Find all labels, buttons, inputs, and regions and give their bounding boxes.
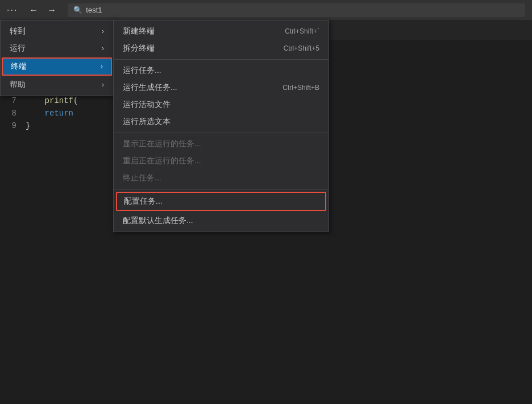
menu-item-goto[interactable]: 转到 ›	[1, 23, 113, 40]
menu-item-run[interactable]: 运行 ›	[1, 40, 113, 57]
chevron-right-icon: ›	[102, 44, 104, 52]
menu-item-run-active-file[interactable]: 运行活动文件	[114, 96, 329, 113]
search-icon: 🔍	[73, 6, 82, 14]
back-arrow[interactable]: ←	[27, 4, 40, 17]
menu-overlay: 转到 › 运行 › 终端 › 帮助 › 新建终端 Ctrl+Shift+` 拆分…	[0, 20, 532, 404]
menu-item-label: 终止任务...	[123, 173, 161, 183]
menu-item-show-running: 显示正在运行的任务...	[114, 135, 329, 152]
titlebar: ··· ← → 🔍 test1	[0, 0, 532, 20]
menu-item-end-task: 终止任务...	[114, 170, 329, 187]
menu-item-run-selected[interactable]: 运行所选文本	[114, 113, 329, 130]
menu-item-label: 显示正在运行的任务...	[123, 139, 201, 149]
search-text: test1	[86, 6, 102, 14]
menu-item-label: 配置任务...	[124, 196, 163, 207]
menu-item-terminal[interactable]: 终端 ›	[2, 57, 112, 76]
menu-item-label: 运行任务...	[123, 65, 161, 76]
menu-item-label: 新建终端	[123, 26, 155, 36]
menu-level1: 转到 › 运行 › 终端 › 帮助 ›	[0, 20, 114, 96]
menu-item-label: 运行所选文本	[123, 117, 171, 127]
menu-item-label: 配置默认生成任务...	[123, 216, 193, 226]
menu-item-label: 运行	[10, 43, 26, 53]
chevron-right-icon: ›	[102, 27, 104, 35]
menu-level2: 新建终端 Ctrl+Shift+` 拆分终端 Ctrl+Shift+5 运行任务…	[113, 20, 329, 232]
menu-item-restart-running: 重启正在运行的任务...	[114, 152, 329, 170]
search-bar[interactable]: 🔍 test1	[68, 3, 525, 17]
menu-item-label: 运行活动文件	[123, 100, 171, 110]
shortcut-label: Ctrl+Shift+`	[285, 27, 319, 35]
menu-item-label: 终端	[11, 61, 27, 72]
menu-item-run-build-task[interactable]: 运行生成任务... Ctrl+Shift+B	[114, 79, 329, 96]
menu-item-label: 运行生成任务...	[123, 83, 177, 93]
menu-item-label: 帮助	[10, 80, 26, 90]
shortcut-label: Ctrl+Shift+5	[284, 44, 319, 52]
menu-item-split-terminal[interactable]: 拆分终端 Ctrl+Shift+5	[114, 40, 329, 57]
chevron-right-icon: ›	[102, 81, 104, 89]
menu-item-new-terminal[interactable]: 新建终端 Ctrl+Shift+`	[114, 23, 329, 40]
chevron-right-icon: ›	[101, 63, 103, 71]
window-controls[interactable]: ···	[7, 5, 18, 15]
dots-icon: ···	[7, 5, 18, 15]
menu-item-label: 重启正在运行的任务...	[123, 156, 201, 166]
separator1	[114, 59, 329, 60]
menu-item-configure-default-build[interactable]: 配置默认生成任务...	[114, 212, 329, 229]
menu-item-run-task[interactable]: 运行任务...	[114, 62, 329, 79]
shortcut-label: Ctrl+Shift+B	[282, 84, 319, 92]
menu-item-label: 转到	[10, 26, 26, 36]
menu-item-help[interactable]: 帮助 ›	[1, 76, 113, 93]
forward-arrow[interactable]: →	[45, 4, 59, 17]
menu-item-label: 拆分终端	[123, 43, 155, 53]
separator3	[114, 189, 329, 189]
nav-arrows: ← →	[27, 4, 59, 17]
separator2	[114, 133, 329, 133]
menu-item-configure-tasks[interactable]: 配置任务...	[116, 192, 326, 211]
